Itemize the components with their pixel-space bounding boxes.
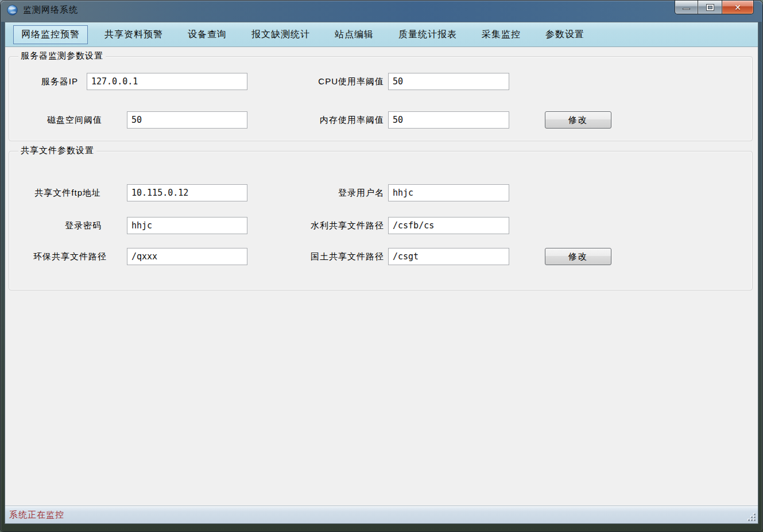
settings-panel: 服务器监测参数设置 共享文件参数设置 服务器IP CPU使用率阈值 磁盘空间阈值…	[5, 47, 758, 506]
land-share-path-input[interactable]	[388, 248, 509, 265]
tab-shared-data-alert[interactable]: 共享资料预警	[96, 25, 171, 44]
cpu-threshold-input[interactable]	[388, 73, 509, 90]
login-username-input[interactable]	[388, 184, 509, 201]
window-title: 监测网络系统	[23, 5, 78, 15]
water-share-path-input[interactable]	[388, 217, 509, 234]
login-password-input[interactable]	[127, 217, 247, 234]
tab-quality-report[interactable]: 质量统计报表	[390, 25, 465, 44]
globe-icon	[6, 4, 18, 16]
tab-device-query[interactable]: 设备查询	[180, 25, 235, 44]
close-icon: ✕	[734, 3, 741, 11]
close-button[interactable]: ✕	[722, 1, 754, 14]
resize-grip-icon[interactable]	[747, 513, 756, 521]
tab-station-edit[interactable]: 站点编辑	[327, 25, 382, 44]
env-share-path-input[interactable]	[127, 248, 247, 265]
title-bar[interactable]: 监测网络系统 ✕	[1, 1, 762, 22]
minimize-button[interactable]	[675, 1, 698, 14]
server-group-title: 服务器监测参数设置	[18, 51, 106, 61]
login-username-label: 登录用户名	[269, 184, 384, 201]
water-share-path-label: 水利共享文件路径	[258, 217, 384, 234]
caption-buttons: ✕	[675, 1, 754, 14]
server-ip-label: 服务器IP	[5, 73, 78, 90]
memory-threshold-input[interactable]	[388, 111, 509, 129]
maximize-icon	[707, 5, 714, 10]
memory-threshold-label: 内存使用率阈值	[269, 111, 384, 129]
status-message: 系统正在监控	[9, 510, 64, 521]
tab-network-monitor-alert[interactable]: 网络监控预警	[13, 25, 88, 44]
share-group-title: 共享文件参数设置	[18, 145, 96, 156]
share-modify-button[interactable]: 修改	[545, 248, 611, 265]
land-share-path-label: 国土共享文件路径	[258, 248, 384, 265]
tab-parameter-settings[interactable]: 参数设置	[537, 25, 592, 44]
cpu-threshold-label: CPU使用率阈值	[269, 73, 384, 90]
tab-message-missing-stats[interactable]: 报文缺测统计	[243, 25, 318, 44]
disk-threshold-label: 磁盘空间阈值	[5, 111, 102, 129]
client-area: 网络监控预警 共享资料预警 设备查询 报文缺测统计 站点编辑 质量统计报表 采集…	[5, 22, 758, 524]
ftp-address-label: 共享文件ftp地址	[5, 184, 101, 201]
server-ip-input[interactable]	[87, 73, 247, 90]
tab-bar: 网络监控预警 共享资料预警 设备查询 报文缺测统计 站点编辑 质量统计报表 采集…	[5, 22, 758, 47]
ftp-address-input[interactable]	[127, 184, 247, 201]
maximize-button[interactable]	[698, 1, 722, 14]
disk-threshold-input[interactable]	[127, 111, 247, 129]
login-password-label: 登录密码	[5, 217, 102, 234]
minimize-icon	[683, 8, 690, 10]
app-window: 监测网络系统 ✕ 网络监控预警 共享资料预警 设备查询 报文缺测统计 站点编辑 …	[0, 0, 763, 532]
status-bar: 系统正在监控	[5, 506, 758, 523]
env-share-path-label: 环保共享文件路径	[5, 248, 107, 265]
server-modify-button[interactable]: 修改	[545, 111, 611, 129]
tab-collection-monitor[interactable]: 采集监控	[474, 25, 529, 44]
